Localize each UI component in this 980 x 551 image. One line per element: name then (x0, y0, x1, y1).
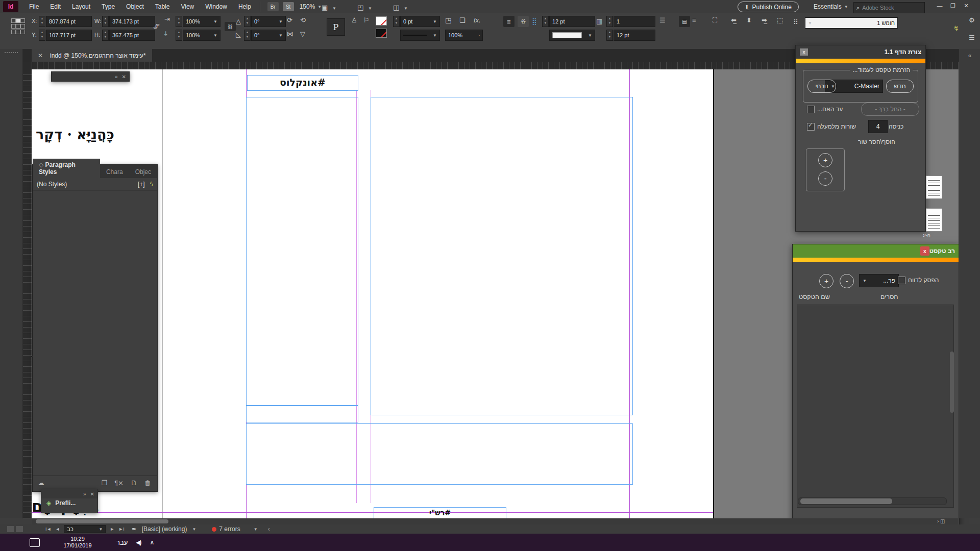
x-stepper[interactable]: ▲▼ (39, 16, 45, 27)
corner-options-icon[interactable]: ◳ (445, 16, 451, 24)
stock-button[interactable]: St (283, 2, 294, 11)
current-button[interactable]: נוכחי (807, 80, 836, 93)
leading-field[interactable]: 12 pt (549, 16, 595, 27)
chapter-dropdown[interactable]: ▼...פר (859, 274, 899, 287)
volume-icon[interactable]: ◀) (136, 539, 140, 546)
chumash-bottom-frame[interactable] (246, 423, 633, 485)
arrange-documents-icon[interactable]: ◫ ▼ (393, 4, 408, 11)
tab-object-styles[interactable]: Objec (129, 166, 157, 178)
stock-search-input[interactable]: ⌕ Adobe Stock (853, 2, 925, 13)
panel-close-button[interactable]: x (800, 48, 808, 56)
scale-x-stepper[interactable]: ▲▼ (176, 16, 182, 27)
panel-collapse-icon[interactable]: » (115, 74, 118, 80)
preflight-profile-dropdown[interactable]: [Basic] (working) (142, 525, 187, 533)
new-button[interactable]: חדש (886, 80, 914, 93)
align-center-icon[interactable]: ⬍ (746, 16, 752, 24)
flip-vertical-icon[interactable]: ⤓ (164, 30, 167, 38)
new-style-button[interactable]: [+] (138, 181, 145, 188)
language-indicator[interactable]: עבר (116, 539, 128, 546)
style-group-icon[interactable]: ❐ (101, 479, 107, 487)
sync-styles-icon[interactable]: ☁ (38, 479, 44, 487)
view-options-icon[interactable]: ◰ ▼ (357, 4, 372, 11)
menu-object[interactable]: Object (120, 0, 150, 13)
vertical-ruler[interactable] (22, 69, 32, 518)
menu-layout[interactable]: Layout (66, 0, 96, 13)
delete-style-icon[interactable]: 🗑 (144, 479, 151, 487)
panel-close-icon[interactable]: ✕ (90, 491, 94, 497)
workspace-switcher[interactable]: Essentials▼ (808, 0, 854, 13)
chumash-text-frame[interactable] (371, 97, 633, 415)
rashi-footer-frame[interactable]: רש"י# (374, 507, 506, 519)
menu-file[interactable]: File (23, 0, 44, 13)
frame-grid-icon[interactable]: ⣿ (532, 17, 537, 25)
opacity-field[interactable]: 100%› (445, 30, 483, 41)
flip-h-icon[interactable]: ⋈ (287, 30, 293, 38)
create-style-icon[interactable]: 🗋 (131, 479, 137, 487)
pages-thumbnail[interactable] (926, 208, 942, 232)
last-page-button[interactable]: ►I (118, 527, 124, 532)
menu-table[interactable]: Table (150, 0, 176, 13)
onkelos-text-frame[interactable] (246, 97, 358, 406)
rotate-cw-icon[interactable]: ⟳ (287, 16, 292, 24)
bottom-margin-guide[interactable] (32, 512, 713, 513)
status-more[interactable]: ‹ (268, 525, 270, 533)
shear-stepper[interactable]: ▲▼ (244, 30, 251, 41)
remove-row-button[interactable]: - (818, 171, 832, 186)
flip-horizontal-icon[interactable]: ⇥ (164, 15, 170, 23)
flip-v-icon[interactable]: ▽ (300, 30, 305, 38)
effects-icon[interactable]: fx. (474, 16, 481, 24)
gutter-stepper[interactable]: ▲▼ (606, 30, 613, 41)
add-remove-label[interactable]: הוסף\הסר שור (858, 138, 895, 145)
leading-stepper[interactable]: ▲▼ (542, 16, 549, 27)
stroke-style-field[interactable]: ▼ (400, 30, 440, 41)
align-left-icon[interactable]: ⬅̲ (731, 16, 737, 24)
stroke-swatch[interactable] (376, 16, 387, 26)
add-text-button[interactable]: + (819, 274, 834, 288)
apply-soft-button[interactable]: - החל בְּרָךְ - (861, 103, 919, 116)
select-container-icon[interactable]: ♙ (351, 16, 357, 24)
w-field[interactable]: 374.173 pt (109, 16, 155, 27)
document-tab[interactable]: *עימוד אוצר התרגומים.indd @ 150% ✕ (32, 49, 152, 62)
dock-expand-icon[interactable]: « (959, 49, 980, 62)
columns-field[interactable]: 1 (614, 16, 655, 27)
shear-field[interactable]: 0°▼ (251, 30, 286, 41)
screen-mode-icon[interactable]: ▣ ▼ (322, 4, 336, 11)
publish-online-button[interactable]: ⬆̲Publish Online (738, 2, 799, 12)
frame-fitting-icon[interactable]: ⛶ (713, 16, 717, 24)
horizontal-scrollbar[interactable] (32, 518, 959, 524)
first-page-button[interactable]: I◄ (45, 527, 51, 532)
close-button[interactable]: ✕ (960, 1, 973, 10)
panel-close-icon[interactable]: ✕ (122, 74, 126, 80)
textwrap-none-icon[interactable]: ≣ (503, 16, 514, 27)
x-field[interactable]: 807.874 pt (46, 16, 92, 27)
reference-point-proxy[interactable] (11, 18, 24, 34)
stop-report-checkbox[interactable] (898, 277, 905, 284)
next-page-button[interactable]: ► (110, 527, 114, 532)
menu-window[interactable]: Window (200, 0, 233, 13)
menu-help[interactable]: Help (233, 0, 257, 13)
stroke-weight-field[interactable]: 0 pt▼ (400, 16, 440, 27)
panel-menu-icon[interactable]: ☰ (969, 34, 975, 41)
until-mother-checkbox[interactable] (807, 106, 815, 113)
menu-type[interactable]: Type (96, 0, 120, 13)
stroke-weight-stepper[interactable]: ▲▼ (393, 16, 400, 27)
link-scale-icon[interactable]: ⛓ (225, 22, 236, 31)
w-stepper[interactable]: ▲▼ (102, 16, 109, 27)
columns-stepper[interactable]: ▲▼ (606, 16, 613, 27)
menu-edit[interactable]: Edit (44, 0, 66, 13)
onkelos-last-line-frame[interactable] (246, 406, 358, 422)
clear-overrides-icon[interactable]: ϟ (150, 181, 153, 188)
panel-collapse-icon[interactable]: » (83, 491, 86, 497)
rotation-stepper[interactable]: ▲▼ (244, 16, 251, 27)
fill-swatch[interactable] (376, 29, 387, 38)
y-stepper[interactable]: ▲▼ (39, 30, 45, 41)
scale-y-stepper[interactable]: ▲▼ (176, 30, 182, 41)
pages-thumbnail[interactable] (926, 176, 942, 199)
align-plain-icon[interactable]: ≡ (692, 16, 696, 24)
tab-close-icon[interactable]: ✕ (38, 52, 43, 59)
distribute-icon[interactable]: ⬚ (777, 16, 783, 24)
onkelos-header-frame[interactable]: אונקלוס# (247, 75, 358, 91)
tray-expand-icon[interactable]: ∧ (150, 539, 155, 546)
scale-x-field[interactable]: 100%▼ (183, 16, 220, 27)
minimize-button[interactable]: — (933, 1, 946, 10)
